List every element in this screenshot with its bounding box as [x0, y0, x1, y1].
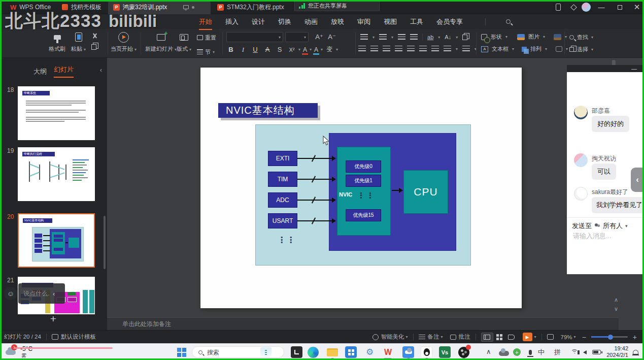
section-button[interactable]: 节▾	[197, 46, 216, 57]
search-icon[interactable]	[506, 19, 511, 24]
volume-icon[interactable]	[579, 346, 591, 358]
next-slide-button[interactable]: ∨	[611, 306, 622, 312]
danmaku-input[interactable]	[22, 289, 51, 298]
zoom-slider[interactable]	[591, 336, 628, 338]
notes-placeholder[interactable]: 单击此处添加备注	[122, 320, 171, 329]
find-icon[interactable]	[569, 35, 574, 40]
zoom-slider-knob[interactable]	[608, 335, 613, 340]
device-sync-icon[interactable]	[552, 0, 564, 14]
slide-title-banner[interactable]: NVIC基本结构	[218, 103, 318, 118]
album-icon[interactable]	[554, 34, 561, 40]
tab-hongmeng-pptx[interactable]: P 鸿蒙32培训.pptx	[108, 0, 211, 14]
tim-box[interactable]: TIM	[268, 172, 297, 187]
tab-outline[interactable]: 大纲	[33, 67, 47, 76]
slide-thumbnail-18[interactable]: 中断系统	[18, 86, 95, 140]
settings-icon[interactable]: ⚙	[363, 346, 376, 358]
slide-thumbnail-19[interactable]: 中断执行流程	[18, 147, 95, 201]
sidebar-scrollbar-thumb[interactable]	[104, 216, 106, 269]
new-slide-button[interactable]: 新建幻灯片 ▾	[145, 31, 177, 53]
copy-icon[interactable]	[91, 44, 96, 50]
align-center-icon[interactable]	[370, 46, 378, 52]
normal-view-button[interactable]	[481, 333, 493, 342]
picture-button[interactable]: 图片	[528, 33, 539, 41]
adc-box[interactable]: ADC	[268, 192, 297, 208]
emoji-button[interactable]: ☺	[4, 287, 17, 300]
wps-icon[interactable]: W	[382, 346, 394, 358]
start-button[interactable]	[177, 348, 186, 357]
weather-temp[interactable]: -5°C	[20, 345, 32, 352]
zoom-level[interactable]: 79%	[561, 334, 572, 340]
account-avatar[interactable]	[580, 0, 593, 14]
shadow-button[interactable]: S	[274, 46, 285, 53]
comments-button[interactable]: 批注	[459, 333, 470, 341]
align-left-icon[interactable]	[358, 46, 366, 52]
danmaku-input-pill[interactable]: ‹	[18, 283, 65, 304]
decrease-font-button[interactable]: A⁻	[326, 33, 337, 41]
taskbar-search-input[interactable]	[206, 348, 257, 356]
strikethrough-button[interactable]: A	[262, 46, 273, 53]
textbox-button[interactable]: 文本框	[492, 45, 509, 53]
edge-icon[interactable]	[307, 346, 319, 358]
priority15-box[interactable]: 优先级15	[346, 209, 381, 221]
explorer-icon[interactable]	[326, 346, 338, 358]
slide-thumbnail-20[interactable]: NVIC基本结构	[18, 213, 95, 268]
priority0-box[interactable]: 优先级0	[346, 160, 381, 173]
tab-wps-home[interactable]: W WPS Office	[5, 0, 56, 14]
play-from-current-button[interactable]: 当页开始 ▾	[111, 31, 137, 53]
line-spacing-icon[interactable]	[444, 46, 451, 52]
ime-pinyin[interactable]: 拼	[554, 348, 561, 357]
font-color-button[interactable]: A	[301, 46, 309, 53]
arrange-icon[interactable]	[522, 47, 527, 52]
char-spacing-button[interactable]: ab	[427, 34, 433, 40]
tab-docer-templates[interactable]: 找稻壳模板	[57, 0, 107, 14]
avatar[interactable]	[574, 106, 588, 119]
find-button[interactable]: 查找	[577, 34, 588, 41]
minimize-button[interactable]: —	[595, 0, 608, 14]
shapes-button[interactable]: 形状	[491, 33, 502, 41]
menu-insert[interactable]: 插入	[225, 17, 239, 26]
picture-icon[interactable]	[517, 34, 525, 40]
bullet-list-icon[interactable]	[360, 34, 368, 41]
format-painter-button[interactable]: 格式刷	[49, 31, 65, 53]
italic-button[interactable]: I	[238, 46, 249, 54]
slide-size-icon[interactable]	[556, 46, 562, 52]
taskbar-clock[interactable]: 19:42 2024/2/1	[603, 345, 628, 358]
restore-button[interactable]	[613, 0, 626, 14]
qq-icon[interactable]	[420, 346, 433, 358]
chat-minimize-button[interactable]: —	[631, 66, 637, 72]
bold-button[interactable]: B	[225, 46, 236, 53]
convert-smartart-icon[interactable]	[462, 35, 467, 40]
decrease-indent-icon[interactable]	[398, 34, 405, 41]
send-to-value[interactable]: 所有人	[603, 221, 623, 231]
avatar[interactable]	[574, 187, 588, 201]
justify-icon[interactable]	[395, 46, 402, 52]
menu-transition[interactable]: 切换	[278, 17, 291, 26]
cut-icon[interactable]	[91, 33, 98, 39]
add-slide-button[interactable]: +	[43, 313, 63, 325]
notification-bell-icon[interactable]	[629, 346, 642, 358]
remove-space-icon[interactable]	[431, 46, 439, 52]
highlight-color-button[interactable]: A	[313, 46, 320, 53]
notes-button[interactable]: 备注	[428, 333, 439, 341]
close-button[interactable]: ✕	[630, 0, 643, 14]
usart-box[interactable]: USART	[268, 213, 297, 228]
shapes-icon[interactable]	[481, 34, 487, 40]
increase-indent-icon[interactable]	[410, 34, 418, 41]
select-button[interactable]: 选择	[577, 46, 588, 53]
design-template-button[interactable]: 默认设计模板	[61, 333, 96, 341]
sidebar-collapse-icon[interactable]: ‹	[100, 66, 102, 74]
taskbar-search[interactable]	[192, 346, 284, 358]
tab-slides[interactable]: 幻灯片	[54, 65, 74, 78]
underline-button[interactable]: U	[250, 46, 261, 53]
numbered-list-icon[interactable]	[379, 34, 387, 41]
tab-stm32-pptx[interactable]: P STM32入门教程.pptx	[212, 0, 289, 14]
exti-box[interactable]: EXTI	[268, 151, 297, 166]
menu-slideshow[interactable]: 放映	[331, 17, 344, 26]
snip-app-icon[interactable]	[290, 346, 303, 358]
netdisk-icon[interactable]	[402, 346, 415, 358]
chat-message-input[interactable]	[572, 232, 638, 240]
danmaku-collapse-icon[interactable]: ‹	[53, 290, 55, 298]
current-slide[interactable]: NVIC基本结构 NVIC 优先级0 优先级1 优先级15 ⋮ ⋮ CPU EX…	[200, 68, 522, 308]
smart-beautify-button[interactable]: 智能美化	[381, 333, 404, 341]
menu-design[interactable]: 设计	[252, 17, 265, 26]
